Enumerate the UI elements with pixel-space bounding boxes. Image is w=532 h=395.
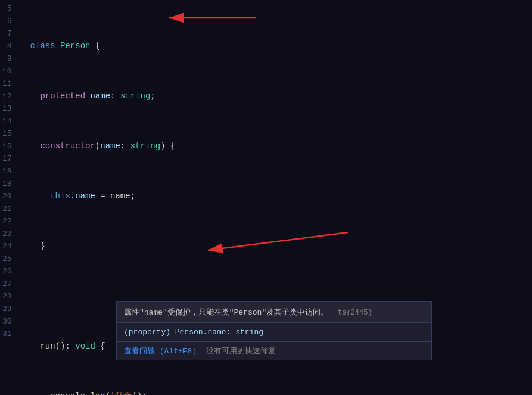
line-num-8: 8 [0, 40, 17, 52]
tooltip-footer: 查看问题 (Alt+F8) 没有可用的快速修复 [117, 342, 431, 360]
line-num-26: 26 [0, 265, 17, 278]
tooltip-body: (property) Person.name: string [117, 323, 431, 342]
tooltip-view-problem-link[interactable]: 查看问题 (Alt+F8) [124, 346, 197, 356]
code-editor: 5 6 7 8 9 10 11 12 13 14 15 16 17 18 19 … [0, 0, 532, 395]
line-num-13: 13 [0, 102, 17, 115]
tooltip-no-fix-text: 没有可用的快速修复 [206, 346, 276, 356]
code-line-10 [30, 290, 532, 303]
line-num-17: 17 [0, 153, 17, 165]
code-line-9: } [30, 240, 532, 253]
line-num-7: 7 [0, 27, 17, 40]
line-num-5: 5 [0, 2, 17, 15]
line-num-25: 25 [0, 253, 17, 265]
line-num-15: 15 [0, 127, 17, 140]
code-line-5: class Person { [30, 40, 532, 52]
line-num-30: 30 [0, 315, 17, 328]
line-num-28: 28 [0, 290, 17, 303]
line-num-16: 16 [0, 140, 17, 153]
tooltip-header-text: 属性"name"受保护，只能在类"Person"及其子类中访问。 [124, 308, 328, 317]
line-num-18: 18 [0, 165, 17, 178]
line-num-31: 31 [0, 328, 17, 340]
line-num-9: 9 [0, 52, 17, 65]
line-num-23: 23 [0, 228, 17, 240]
line-numbers: 5 6 7 8 9 10 11 12 13 14 15 16 17 18 19 … [0, 0, 23, 395]
line-num-6: 6 [0, 15, 17, 27]
line-num-19: 19 [0, 178, 17, 190]
code-line-7: constructor(name: string) { [30, 140, 532, 153]
line-num-10: 10 [0, 65, 17, 77]
line-num-27: 27 [0, 278, 17, 290]
line-num-21: 21 [0, 203, 17, 215]
tooltip-body-text: (property) Person.name: string [124, 328, 263, 337]
tooltip-popup: 属性"name"受保护，只能在类"Person"及其子类中访问。 ts(2445… [116, 301, 432, 360]
line-num-20: 20 [0, 190, 17, 203]
line-num-29: 29 [0, 303, 17, 315]
code-line-6: protected name: string; [30, 90, 532, 102]
line-num-12: 12 [0, 90, 17, 102]
ts-badge: ts(2445) [338, 309, 372, 317]
line-num-22: 22 [0, 215, 17, 228]
line-num-24: 24 [0, 240, 17, 253]
code-line-8: this.name = name; [30, 190, 532, 203]
code-line-12: console.log('父亲'); [30, 390, 532, 395]
tooltip-header: 属性"name"受保护，只能在类"Person"及其子类中访问。 ts(2445… [117, 302, 431, 323]
line-num-11: 11 [0, 77, 17, 90]
line-num-14: 14 [0, 115, 17, 127]
